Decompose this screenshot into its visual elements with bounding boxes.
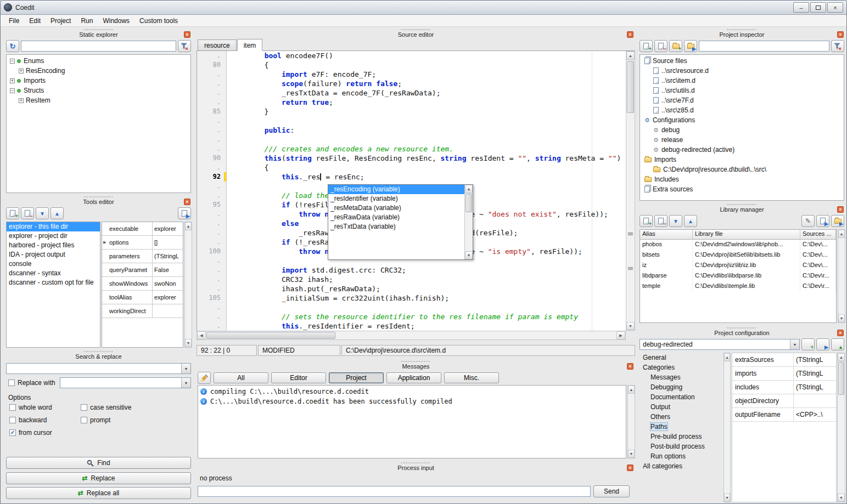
tree-item[interactable]: Run options: [640, 451, 723, 461]
property-row[interactable]: toolAliasexplorer: [102, 291, 183, 304]
tree-item[interactable]: Pre-build process: [640, 432, 723, 441]
clear-messages-button[interactable]: [198, 372, 211, 384]
tool-list-item[interactable]: console: [7, 259, 100, 269]
tree-item[interactable]: Imports: [640, 155, 844, 165]
column-header[interactable]: Alias: [640, 230, 693, 240]
editor-tab-resource[interactable]: resource: [198, 39, 237, 51]
completion-item[interactable]: _resIdentifier (variable): [328, 194, 464, 203]
code-line[interactable]: 90 this(string resFile, ResEncoding resE…: [197, 154, 626, 163]
close-panel-button[interactable]: ×: [627, 31, 633, 38]
drag-grip-icon[interactable]: [401, 29, 431, 30]
filter-button-editor[interactable]: Editor: [271, 372, 326, 383]
panel-header[interactable]: Search & replace: [5, 350, 192, 361]
property-row[interactable]: showWindowsswoNon: [102, 277, 183, 291]
property-row[interactable]: objectDirectory: [732, 394, 836, 408]
tree-item[interactable]: −Enums: [7, 56, 190, 66]
menu-item-project[interactable]: Project: [46, 16, 76, 26]
tree-item[interactable]: C:\Dev\dproj\resource.d\build\..\src\: [640, 165, 844, 174]
drag-grip-icon[interactable]: [84, 351, 114, 352]
tool-list-item[interactable]: explorer - this file dir: [7, 222, 100, 231]
code-line[interactable]: . this._resIdentifier = resIdent;: [197, 321, 626, 331]
scroll-up-button[interactable]: ▲: [724, 353, 730, 361]
replace-term-combobox[interactable]: ▼: [60, 377, 191, 388]
tree-item[interactable]: Others: [640, 412, 723, 422]
code-line[interactable]: 105 _initialSum = crc322uint(ihash.finis…: [197, 293, 626, 303]
scroll-thumb[interactable]: [627, 61, 634, 113]
property-value[interactable]: explorer: [153, 222, 183, 235]
checkbox-whole-word[interactable]: whole word: [9, 404, 76, 411]
scroll-thumb[interactable]: [465, 194, 472, 212]
column-header[interactable]: Library file: [693, 230, 800, 240]
editor-horizontal-scrollbar[interactable]: ◀ ▶: [197, 331, 626, 340]
code-line[interactable]: . import e7F: encode_7F;: [197, 70, 626, 79]
run-tool-button[interactable]: ▶: [178, 207, 191, 219]
tree-item[interactable]: ..\src\item.d: [640, 76, 844, 86]
scroll-thumb[interactable]: [838, 362, 844, 395]
clear-filter-button[interactable]: [178, 40, 191, 52]
tree-item[interactable]: ⚙debug-redirected (active): [640, 145, 844, 155]
close-panel-button[interactable]: ×: [837, 206, 844, 213]
add-tool-button[interactable]: +: [6, 207, 19, 219]
tool-list-item[interactable]: IDA - project output: [7, 250, 100, 259]
table-row[interactable]: bitsetsC:\Dev\dproj\bitSet\lib\bitsets.l…: [640, 250, 836, 261]
expand-icon[interactable]: +: [19, 69, 24, 73]
scroll-down-button[interactable]: ▼: [465, 251, 473, 259]
property-value[interactable]: []: [153, 236, 183, 249]
property-value[interactable]: explorer: [153, 291, 183, 304]
tree-item[interactable]: +Imports: [7, 76, 190, 86]
scroll-up-button[interactable]: ▲: [465, 185, 473, 193]
tree-item[interactable]: Extra sources: [640, 184, 844, 194]
tree-item[interactable]: All categories: [640, 461, 723, 471]
move-tool-up-button[interactable]: ▲: [51, 207, 64, 219]
tree-item[interactable]: Paths: [640, 422, 723, 432]
drag-grip-icon[interactable]: [401, 361, 431, 362]
titlebar[interactable]: Coedit – ×: [1, 1, 846, 15]
checkbox-from-cursor[interactable]: ✓from cursor: [9, 429, 76, 437]
close-panel-button[interactable]: ×: [837, 330, 844, 336]
expand-icon[interactable]: +: [19, 98, 24, 103]
tool-list-item[interactable]: explorer - project dir: [7, 231, 100, 241]
code-line[interactable]: . /// creates and encodes a new resource…: [197, 144, 626, 154]
property-row[interactable]: outputFilename<CPP>..\: [732, 408, 836, 422]
tree-item[interactable]: Documentation: [640, 392, 723, 402]
remove-library-button[interactable]: −: [654, 215, 667, 227]
refresh-button[interactable]: ↻: [6, 40, 19, 52]
collapse-icon[interactable]: −: [10, 59, 15, 64]
panel-header[interactable]: Library manager ×: [638, 203, 845, 214]
tree-item[interactable]: Source files: [640, 56, 844, 66]
tree-item[interactable]: −Structs: [7, 86, 190, 95]
panel-header[interactable]: Project configuration ×: [638, 326, 845, 337]
code-line[interactable]: . _resTxtData = encode_7F(_resRawData);: [197, 88, 626, 98]
remove-source-button[interactable]: −: [654, 40, 667, 52]
menu-item-file[interactable]: File: [4, 16, 24, 26]
chevron-down-icon[interactable]: ▼: [181, 364, 190, 373]
scroll-up-button[interactable]: ▲: [185, 222, 192, 230]
panel-header[interactable]: Tools editor ×: [5, 195, 192, 206]
tree-item[interactable]: General: [640, 353, 723, 363]
scroll-left-button[interactable]: ◀: [197, 331, 206, 339]
drag-grip-icon[interactable]: [84, 29, 114, 30]
property-row[interactable]: executableexplorer: [102, 222, 183, 236]
tree-item[interactable]: ..\src\resource.d: [640, 66, 844, 76]
panel-header[interactable]: Static explorer ×: [5, 28, 192, 39]
maximize-button[interactable]: [810, 2, 826, 13]
editor-tab-item[interactable]: item: [237, 39, 263, 51]
tree-item[interactable]: Messages: [640, 372, 723, 382]
completion-item[interactable]: _resMetaData (variable): [328, 203, 464, 213]
code-line[interactable]: . ihash.put(_resRawData);: [197, 284, 626, 293]
code-line[interactable]: . return true;: [197, 98, 626, 107]
scroll-down-button[interactable]: ▼: [626, 322, 635, 330]
tree-item[interactable]: ..\src\z85.d: [640, 105, 844, 115]
tree-item[interactable]: Output: [640, 402, 723, 412]
sync-configuration-button[interactable]: ▲: [831, 338, 844, 350]
filter-button-project[interactable]: Project: [329, 372, 384, 383]
chevron-down-icon[interactable]: ▼: [790, 339, 799, 349]
tree-item[interactable]: +ResEncoding: [7, 66, 190, 76]
table-row[interactable]: libdparseC:\Dev\dlibs\libdparse.libC:\De…: [640, 271, 836, 281]
collapse-icon[interactable]: −: [10, 88, 15, 93]
tree-item[interactable]: ..\src\utils.d: [640, 86, 844, 95]
scroll-thumb[interactable]: [206, 332, 335, 339]
tree-item[interactable]: ⚙Configurations: [640, 115, 844, 125]
filter-button-all[interactable]: All: [214, 372, 268, 383]
property-value[interactable]: False: [153, 263, 183, 276]
